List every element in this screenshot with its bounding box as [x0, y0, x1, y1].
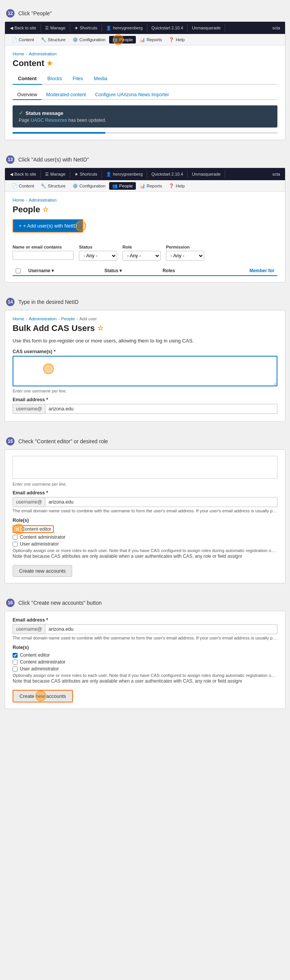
step-15-number: 15 [6, 437, 14, 446]
toolbar-sep-2 [70, 24, 70, 32]
add-user-btn[interactable]: + + Add user(s) with NetID [13, 219, 83, 232]
cas-hint-14: Enter one username per line. [13, 389, 277, 393]
email-label-15: Email address * [13, 490, 277, 496]
role-content-editor-label-16: Content editor [20, 652, 50, 658]
nav-configuration-12[interactable]: ⚙️ Configuration [69, 36, 108, 44]
step-12-block: 12 Click "People" ◀ Back to site ☰ Manag… [0, 0, 290, 140]
create-accounts-btn-16[interactable]: Create new accounts [13, 690, 73, 702]
scta-btn-13[interactable]: scta [270, 171, 283, 178]
manage-btn-13[interactable]: ☰ Manage [42, 171, 68, 178]
step-13-number: 13 [6, 155, 14, 164]
nav-reports-13[interactable]: 📊 Reports [137, 182, 165, 190]
table-header-13: Username ▾ Status ▾ Roles Member for [13, 266, 277, 276]
filter-name-group: Name or email contains [13, 245, 74, 261]
unmasquerade-btn-13[interactable]: Unmasquerade [189, 171, 223, 178]
people-icon: 👥 [112, 37, 118, 42]
title-star-icon-14[interactable]: ☆ [97, 324, 103, 333]
step-13-block: 13 Click "Add user(s) with NetID" ◀ Back… [0, 146, 290, 283]
col-roles-label: Roles [163, 268, 216, 273]
roles-note-15: Optionally assign one or more roles to e… [13, 548, 277, 553]
role-item-content-admin-15: Content administrator [13, 534, 277, 540]
tab-files-12[interactable]: Files [67, 73, 88, 85]
tab-blocks-12[interactable]: Blocks [42, 73, 67, 85]
shortcuts-btn[interactable]: ★ Shortcuts [72, 24, 100, 32]
nav-help-13[interactable]: ❓ Help [166, 182, 188, 190]
select-all-checkbox[interactable] [16, 268, 21, 273]
bulk-add-desc-14: Use this form to pre-register one or mor… [13, 338, 277, 344]
secondary-nav-13: 📄 Content 🔧 Structure ⚙️ Configuration 👥… [5, 180, 285, 192]
status-body-12: Page UAGC Resources has been updated. [19, 118, 271, 123]
unmasquerade-btn[interactable]: Unmasquerade [189, 24, 223, 31]
shortcuts-btn-13[interactable]: ★ Shortcuts [72, 171, 100, 178]
reports-icon: 📊 [140, 37, 145, 42]
tabs-bar-12: Content Blocks Files Media [13, 73, 277, 85]
nav-configuration-13[interactable]: ⚙️ Configuration [69, 182, 108, 190]
filter-permission-select[interactable]: - Any - [166, 251, 204, 261]
role-user-admin-checkbox-15[interactable] [13, 542, 18, 547]
role-content-admin-checkbox-16[interactable] [13, 660, 18, 665]
breadcrumb-admin-14[interactable]: Administration [29, 316, 57, 321]
back-to-site-btn[interactable]: ◀ Back to site [7, 24, 39, 32]
help-icon-13: ❓ [169, 183, 174, 189]
manage-icon: ☰ [45, 26, 49, 31]
cas-username-textarea[interactable] [13, 356, 277, 386]
email-prefix-14: username@ [13, 404, 45, 413]
nav-content-13[interactable]: 📄 Content [9, 182, 37, 190]
quickstart-btn[interactable]: Quickstart 2.10.4 [149, 24, 186, 31]
filter-status-group: Status - Any - [79, 245, 117, 261]
tab-content-12[interactable]: Content [13, 73, 42, 85]
nav-people-13[interactable]: 👥 People [109, 182, 136, 190]
quickstart-btn-13[interactable]: Quickstart 2.10.4 [149, 171, 186, 178]
roles-section-16: Role(s) Content editor Content administr… [13, 645, 277, 678]
role-content-editor-checkbox-15[interactable] [15, 527, 20, 532]
back-icon: ◀ [10, 26, 13, 31]
step-14-frame: Home › Administration › People › Add use… [5, 310, 285, 422]
nav-people-wrap-12: 👥 People [109, 36, 136, 44]
user-btn-13[interactable]: 👤 henrygreenberg [103, 171, 145, 178]
breadcrumb-home[interactable]: Home [13, 52, 24, 56]
step-16-title: Click "Create new accounts" button [18, 600, 102, 606]
breadcrumb-admin-13[interactable]: Administration [29, 198, 57, 202]
role-content-admin-label-15: Content administrator [20, 534, 66, 540]
role-content-editor-checkbox-16[interactable] [13, 653, 18, 658]
nav-help-12[interactable]: ❓ Help [166, 36, 188, 44]
subtab-configure-12[interactable]: Configure UArizona News Importer [90, 90, 174, 100]
col-status-label: Status ▾ [104, 268, 158, 273]
scta-btn[interactable]: scta [270, 24, 283, 31]
title-star-icon[interactable]: ★ [47, 59, 53, 68]
subtab-overview-12[interactable]: Overview [13, 90, 42, 100]
nav-structure-13[interactable]: 🔧 Structure [38, 182, 69, 190]
nav-structure-12[interactable]: 🔧 Structure [38, 36, 69, 44]
subtab-moderated-12[interactable]: Moderated content [42, 90, 90, 100]
back-to-site-btn-13[interactable]: ◀ Back to site [7, 171, 39, 178]
filter-row-13: Name or email contains Status - Any - Ro… [13, 245, 277, 261]
step-15-frame: Enter one username per line. Email addre… [5, 449, 285, 583]
nav-reports-12[interactable]: 📊 Reports [137, 36, 165, 44]
breadcrumb-people-14[interactable]: People [61, 316, 75, 321]
filter-status-label: Status [79, 245, 117, 249]
role-user-admin-checkbox-16[interactable] [13, 667, 18, 672]
email-label-16: Email address * [13, 617, 277, 623]
cas-textarea-bottom-15 [13, 456, 277, 479]
role-item-content-editor-16: Content editor [13, 652, 277, 658]
manage-btn[interactable]: ☰ Manage [42, 24, 68, 32]
filter-status-select[interactable]: - Any - [79, 251, 117, 261]
tab-media-12[interactable]: Media [89, 73, 113, 85]
page-title-14: Bulk Add CAS Users ☆ [13, 323, 277, 333]
filter-name-input[interactable] [13, 251, 74, 260]
email-domain-16: arizona.edu [45, 625, 277, 634]
role-content-admin-checkbox-15[interactable] [13, 535, 18, 540]
status-title-12: ✓ Status message [19, 110, 271, 116]
breadcrumb-home-14[interactable]: Home [13, 316, 24, 321]
nav-content-12[interactable]: 📄 Content [9, 36, 37, 44]
title-star-icon-13[interactable]: ☆ [42, 205, 48, 214]
filter-role-select[interactable]: - Any - [122, 251, 161, 261]
breadcrumb-home-13[interactable]: Home [13, 198, 24, 202]
email-note-15: The email domain name used to combine wi… [13, 509, 277, 513]
toolbar-sep-5 [187, 24, 188, 32]
uagc-resources-link[interactable]: UAGC Resources [31, 118, 67, 123]
user-btn[interactable]: 👤 henrygreenberg [103, 24, 145, 32]
breadcrumb-administration[interactable]: Administration [29, 52, 57, 56]
create-accounts-btn-15[interactable]: Create new accounts [13, 565, 72, 577]
nav-people-12[interactable]: 👥 People [109, 36, 136, 44]
